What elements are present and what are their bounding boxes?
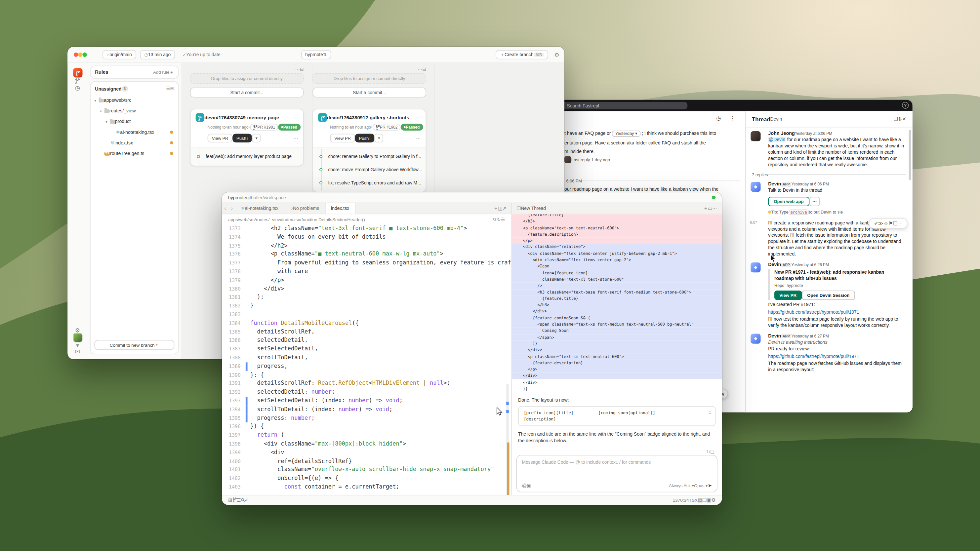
tree-item-routes-view[interactable]: ▾routes/_view xyxy=(92,105,177,116)
expand-icon[interactable]: ↗ xyxy=(502,206,506,211)
start-commit-button[interactable]: Start a commit... xyxy=(312,87,426,97)
code-line[interactable]: 1389 progress, xyxy=(222,362,511,371)
code-line[interactable]: 1375 </h2> xyxy=(222,241,511,250)
workspace-select[interactable]: hyprnote⇅ xyxy=(301,50,331,59)
attach-image-icon[interactable]: ▣ xyxy=(527,483,531,489)
menu-icon[interactable]: ☰ xyxy=(501,216,505,222)
branch-menu-icon[interactable]: ⋯ xyxy=(416,115,420,120)
close-window-icon[interactable] xyxy=(74,52,78,57)
chevron-down-icon[interactable]: ▾ xyxy=(76,343,79,348)
pr-chip[interactable]: PR #1981 xyxy=(250,124,278,130)
push-options-icon[interactable]: ▾ xyxy=(252,134,261,143)
retry-icon[interactable]: ↻ xyxy=(706,449,710,455)
actions-menu-icon[interactable]: ⋯ xyxy=(293,135,298,141)
breadcrumb-path[interactable]: apps/web/src/routes/_view/index.tsx xyxy=(228,216,300,222)
gear-icon[interactable]: ⚙ xyxy=(711,497,716,503)
branches-icon[interactable] xyxy=(75,77,80,85)
lane-grid-icon[interactable]: ⊟ xyxy=(300,66,304,71)
code-line[interactable]: 1403 const container = e.currentTarget; xyxy=(222,483,511,492)
emoji-icon[interactable]: ☺ xyxy=(883,221,888,226)
nav-forward-icon[interactable]: › xyxy=(229,203,235,214)
drop-zone[interactable]: Drop files to assign or commit directly xyxy=(312,73,426,84)
branch-menu-icon[interactable]: ⋯ xyxy=(293,115,298,120)
button-view-pr[interactable]: View PR xyxy=(774,290,802,300)
code-line[interactable]: 1378 with care xyxy=(222,267,511,276)
help-icon[interactable]: ? xyxy=(902,102,909,109)
commit-row[interactable]: fix: resolve TypeScript errors and add r… xyxy=(313,176,426,189)
author-name[interactable]: John Jeong xyxy=(768,130,795,136)
panel-icon[interactable]: ▭ xyxy=(708,205,712,211)
flag-icon[interactable]: ⚑ xyxy=(888,221,893,226)
commit-to-new-branch-button[interactable]: Commit to new branch＋ xyxy=(94,340,174,350)
more-icon[interactable]: ⋮ xyxy=(897,221,902,226)
branch-name[interactable]: devin/1764380749-memory-page xyxy=(204,115,293,120)
gitbutler-logo-icon[interactable] xyxy=(73,68,82,77)
tab-ai-notetaking-tsx[interactable]: ⚛ai-notetaking.tsx xyxy=(235,203,285,214)
code-line[interactable]: 1383 xyxy=(222,310,511,319)
push-options-icon[interactable]: ▾ xyxy=(375,134,383,143)
assistant-tab[interactable]: New Thread xyxy=(521,206,546,211)
close-icon[interactable]: ✕ xyxy=(902,116,906,122)
language-mode[interactable]: TSX xyxy=(689,497,698,503)
settings-icon[interactable]: ⚙ xyxy=(554,52,560,58)
mail-icon[interactable]: ✉ xyxy=(75,348,80,354)
code-line[interactable]: 1379 </p> xyxy=(222,276,511,284)
code-line[interactable]: 1377 From powerful editing to seamless o… xyxy=(222,259,511,267)
save-icon[interactable]: ❏ xyxy=(893,221,898,226)
filter-icon[interactable]: ⇅ xyxy=(898,116,902,122)
avatar[interactable] xyxy=(751,131,760,141)
gitbutler-title-bar[interactable]: ⑁origin/main ◷13 min ago ✓You're up to d… xyxy=(67,47,565,63)
view-pr-button[interactable]: View PR xyxy=(330,134,355,143)
slack-search-input[interactable]: Search Fastrepl xyxy=(562,102,687,110)
history-icon[interactable]: ◷ xyxy=(75,85,80,91)
code-line[interactable]: 1391 detailsScrollRef: React.RefObject<H… xyxy=(222,380,511,388)
link[interactable]: https://github.com/fastrepl/hyprnote/pul… xyxy=(768,309,905,315)
code-line[interactable]: 1396}) { xyxy=(222,422,511,431)
code-line[interactable]: 1400 ref={detailsScrollRef} xyxy=(222,457,511,466)
tree-item-product[interactable]: ▾product xyxy=(92,116,177,127)
message-actions-toolbar[interactable]: ✔≫☺⚑❏⋮ xyxy=(869,218,907,229)
branch-icon[interactable] xyxy=(232,497,236,504)
code-line[interactable]: 1376 <p className="■ text-neutral-600 ma… xyxy=(222,250,511,259)
more-vertical-icon[interactable]: ⋮ xyxy=(730,115,735,121)
refresh-icon[interactable]: ↻ xyxy=(497,216,501,222)
code-editor[interactable]: 1373 <h2 className="text-3xl font-serif … xyxy=(222,224,511,495)
avatar[interactable]: ◆ xyxy=(751,182,760,192)
code-line[interactable]: 1386 selectedDetail, xyxy=(222,337,511,345)
permission-mode-select[interactable]: Always Ask ▾ xyxy=(669,483,694,488)
history-icon[interactable]: ◷ xyxy=(716,115,721,121)
button-open-devin-session[interactable]: Open Devin Session xyxy=(802,290,855,300)
code-line[interactable]: 1398 <div className="max-[800px]:block h… xyxy=(222,440,511,449)
model-select[interactable]: Opus ▾ xyxy=(694,483,708,488)
copy-icon[interactable]: ❏ xyxy=(708,410,711,416)
add-rule-button[interactable]: Add rule＋ xyxy=(153,69,174,75)
author-name[interactable]: Devin xyxy=(768,333,781,338)
copy-icon[interactable]: ❏ xyxy=(702,497,706,503)
create-branch-button[interactable]: ＋ Create branch ⌘B xyxy=(496,50,548,59)
traffic-lights[interactable] xyxy=(74,52,87,57)
new-tab-icon[interactable]: ＋ xyxy=(493,205,498,211)
date-dropdown[interactable]: Yesterday ▾ xyxy=(612,130,640,137)
lane-grid-icon[interactable]: ⊟ xyxy=(422,66,426,71)
workspace-branch[interactable]: gitbutler/workspace xyxy=(246,195,286,200)
terminal-icon[interactable]: ▣ xyxy=(706,497,711,503)
cursor-position[interactable]: 1370:34 xyxy=(673,497,689,503)
code-line[interactable]: 1390}: { xyxy=(222,371,511,380)
lane-menu-icon[interactable]: ⋯ xyxy=(295,66,300,71)
collapse-icon[interactable]: ⊟ xyxy=(170,86,173,91)
code-line[interactable]: 1394 scrollToDetail: (index: number) => … xyxy=(222,405,511,414)
tree-item-ai-notetaking-tsx[interactable]: ⚛ai-notetaking.tsx xyxy=(92,127,177,138)
zoom-window-icon[interactable] xyxy=(83,52,87,57)
code-line[interactable]: 1387 setSelectedDetail, xyxy=(222,345,511,354)
lane-menu-icon[interactable]: ⋯ xyxy=(418,66,422,71)
commit-row[interactable]: chore: rename Gallery to Prompt Gallery … xyxy=(313,150,426,163)
assistant-input[interactable]: Message Claude Code — @ to include conte… xyxy=(516,455,718,492)
open-in-window-icon[interactable]: ❐ xyxy=(894,116,898,122)
tree-item-routetree-gen-ts[interactable]: TSrouteTree.gen.ts xyxy=(92,148,177,159)
code-line[interactable]: 1395 progress: number; xyxy=(222,414,511,422)
link[interactable]: https://github.com/fastrepl/hyprnote/pul… xyxy=(768,353,905,360)
mention[interactable]: @Devin xyxy=(768,137,786,143)
avatar[interactable]: ◆ xyxy=(751,333,760,343)
grid-icon[interactable]: ⊞ xyxy=(228,497,232,503)
button-more[interactable]: ⋯ xyxy=(810,197,820,206)
